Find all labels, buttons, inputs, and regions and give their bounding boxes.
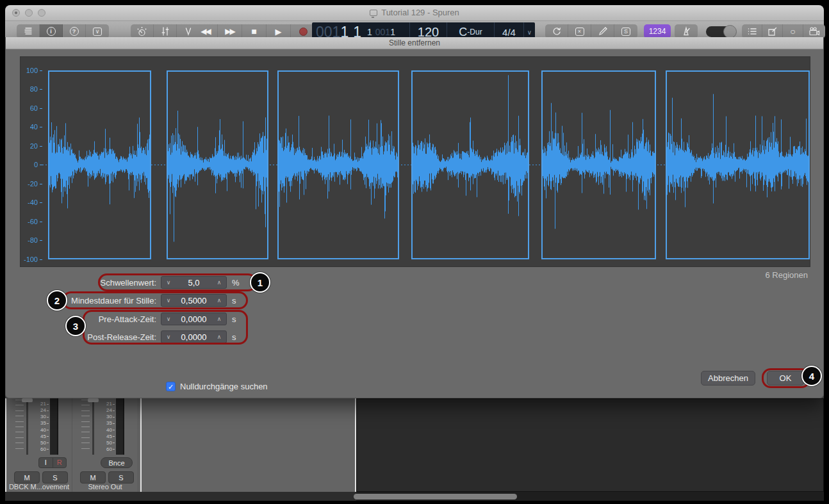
list-icon bbox=[747, 26, 757, 37]
toggle-switch[interactable] bbox=[706, 26, 735, 37]
checklist-button[interactable]: ∨ bbox=[86, 24, 109, 38]
fader-scale bbox=[81, 400, 90, 453]
scale-tick: 60 bbox=[21, 104, 42, 113]
screen: Tutorial 129 - Spuren i ? ∨ ◀◀ ▶▶ ■ ▶ bbox=[0, 0, 829, 504]
scrollbar-gutter bbox=[5, 492, 356, 501]
camera-icon bbox=[808, 26, 820, 37]
scale-tick: -40 bbox=[21, 198, 42, 207]
bounce-button[interactable]: Bnce bbox=[101, 457, 133, 468]
horizontal-scrollbar-thumb[interactable] bbox=[354, 494, 517, 500]
autopunch-button[interactable]: × bbox=[568, 24, 591, 38]
regions-count-label: 6 Regionen bbox=[766, 270, 808, 280]
scale-tick: -20 bbox=[21, 179, 42, 188]
count-in-button[interactable]: 1234 bbox=[644, 24, 671, 38]
annotation-badge-1: 1 bbox=[250, 272, 270, 293]
circle-icon: ○ bbox=[790, 26, 795, 37]
title-bar: Tutorial 129 - Spuren bbox=[5, 5, 824, 21]
waveform-preview: 100 80 60 40 20 0 -20 -40 -60 -80 -100 bbox=[20, 56, 810, 267]
mixer-button[interactable] bbox=[154, 24, 177, 38]
toggle-knob[interactable] bbox=[723, 25, 737, 38]
input-record-buttons[interactable]: IR bbox=[38, 457, 67, 468]
media-browser-button[interactable] bbox=[803, 24, 825, 38]
cycle-icon bbox=[552, 26, 562, 37]
pencil-icon bbox=[598, 26, 608, 37]
panel-divider bbox=[355, 398, 356, 492]
scale-tick: 40 bbox=[21, 122, 42, 131]
scale-tick: 20 bbox=[21, 142, 42, 150]
check-icon: ✓ bbox=[168, 383, 174, 391]
knob-icon bbox=[136, 26, 147, 37]
scale-tick: 100 bbox=[21, 66, 42, 75]
mute-button[interactable]: M bbox=[80, 471, 106, 484]
level-meter bbox=[116, 398, 124, 455]
help-icon: ? bbox=[70, 27, 79, 36]
metronome-icon bbox=[681, 26, 691, 37]
note-pads-button[interactable] bbox=[762, 24, 783, 38]
x-box-icon: × bbox=[575, 28, 584, 36]
meter-scale: 2124 3035 4045 5060 bbox=[35, 401, 49, 452]
record-icon bbox=[299, 28, 308, 36]
editor-icon bbox=[767, 26, 778, 37]
fader-cap[interactable] bbox=[88, 398, 99, 402]
document-icon bbox=[370, 10, 377, 16]
channel-strip: 2124 3035 4045 5060 IR M S DBCK M...ovem… bbox=[6, 398, 72, 492]
zero-crossing-checkbox[interactable]: ✓ bbox=[166, 382, 176, 391]
library-button[interactable] bbox=[17, 24, 40, 38]
level-meter bbox=[50, 398, 58, 455]
chevron-down-icon: ∨ bbox=[527, 29, 532, 36]
annotation-badge-3: 3 bbox=[65, 316, 86, 336]
meter-scale: 2124 3035 4045 5060 bbox=[101, 401, 115, 452]
scale-tick: -80 bbox=[21, 236, 42, 245]
annotation-badge-4: 4 bbox=[801, 366, 822, 386]
forward-icon: ▶▶ bbox=[225, 27, 234, 36]
panel-divider bbox=[5, 398, 6, 492]
zero-crossing-label: Nulldurchgänge suchen bbox=[180, 382, 268, 391]
pencil-button[interactable] bbox=[591, 24, 614, 38]
solo-icon: S bbox=[621, 28, 630, 36]
annotation-outline-1 bbox=[98, 273, 257, 291]
info-icon: i bbox=[47, 27, 56, 36]
list-editors-button[interactable] bbox=[742, 24, 762, 38]
waveform-region bbox=[167, 70, 268, 259]
dialog-title: Stille entfernen bbox=[6, 37, 823, 49]
stop-button[interactable]: ■ bbox=[242, 24, 267, 38]
mixer-icon bbox=[160, 26, 170, 37]
quick-help-button[interactable]: ? bbox=[63, 24, 86, 38]
waveform-region bbox=[541, 70, 656, 259]
annotation-outline-3 bbox=[83, 310, 248, 345]
mixer-panel: 2124 3035 4045 5060 IR M S DBCK M...ovem… bbox=[5, 398, 356, 492]
track-name: DBCK M...ovement bbox=[6, 483, 72, 491]
solo-button[interactable]: S bbox=[108, 471, 134, 484]
scale-tick: -100 bbox=[21, 255, 42, 264]
cancel-button[interactable]: Abbrechen bbox=[701, 371, 755, 386]
waveform-region bbox=[277, 70, 399, 259]
fader-track[interactable] bbox=[92, 398, 94, 455]
cycle-button[interactable] bbox=[545, 24, 568, 38]
scale-tick: 80 bbox=[21, 85, 42, 93]
window-title: Tutorial 129 - Spuren bbox=[5, 8, 824, 17]
channel-strip: 2124 3035 4045 5060 Bnce M S Stereo Out bbox=[72, 398, 138, 492]
play-icon: ▶ bbox=[275, 27, 282, 37]
waveform-region bbox=[48, 70, 151, 259]
rewind-icon: ◀◀ bbox=[201, 27, 209, 36]
waveform-region bbox=[666, 70, 810, 259]
annotation-badge-2: 2 bbox=[47, 290, 67, 311]
smart-controls-button[interactable] bbox=[131, 24, 154, 38]
loop-browser-button[interactable]: ○ bbox=[783, 24, 803, 38]
annotation-outline-2 bbox=[62, 291, 248, 309]
fader-cap[interactable] bbox=[22, 398, 33, 402]
solo-button[interactable]: S bbox=[614, 24, 637, 38]
rewind-button[interactable]: ◀◀ bbox=[193, 24, 218, 38]
inspector-button[interactable]: i bbox=[40, 24, 63, 38]
panel-divider bbox=[140, 398, 142, 492]
scale-tick: -60 bbox=[21, 217, 42, 226]
waveform-region bbox=[411, 70, 529, 259]
forward-button[interactable]: ▶▶ bbox=[218, 24, 242, 38]
mute-button[interactable]: M bbox=[14, 471, 40, 484]
metronome-button[interactable] bbox=[675, 24, 698, 38]
play-button[interactable]: ▶ bbox=[267, 24, 291, 38]
fader-scale bbox=[15, 400, 24, 453]
tracks-area[interactable] bbox=[356, 398, 824, 492]
solo-button[interactable]: S bbox=[42, 471, 68, 484]
fader-track[interactable] bbox=[26, 398, 28, 455]
